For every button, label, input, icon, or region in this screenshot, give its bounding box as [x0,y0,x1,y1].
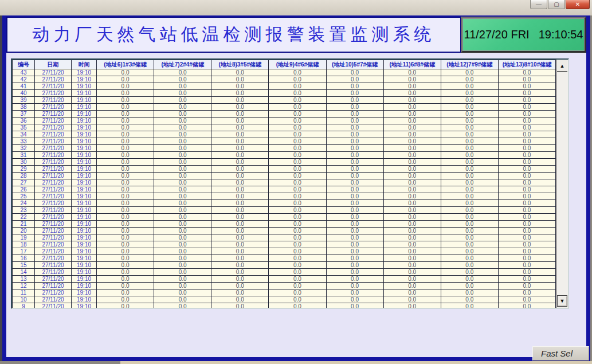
cell-date: 27/11/20 [35,269,72,276]
cell-number: 22 [13,214,35,221]
cell-value: 0.0 [498,214,555,221]
cell-time: 19:10 [72,200,97,207]
cell-value: 0.0 [326,241,383,248]
cell-value: 0.0 [97,97,154,104]
cell-value: 0.0 [154,159,211,166]
cell-value: 0.0 [154,83,211,90]
cell-time: 19:10 [72,152,97,159]
cell-value: 0.0 [97,90,154,97]
cell-value: 0.0 [154,179,211,186]
table-row: 1527/11/2019:100.00.00.00.00.00.00.00.0 [13,262,556,269]
table-row: 2527/11/2019:100.00.00.00.00.00.00.00.0 [13,193,556,200]
column-header: 编号 [13,60,35,69]
window-caption-buttons: — ▢ ✕ [530,0,590,9]
maximize-icon[interactable]: ▢ [548,0,565,9]
close-icon[interactable]: ✕ [566,0,590,9]
cell-value: 0.0 [97,173,154,179]
cell-value: 0.0 [269,255,326,262]
cell-value: 0.0 [97,283,154,289]
cell-value: 0.0 [154,138,211,145]
cell-number: 25 [13,193,35,200]
cell-date: 27/11/20 [35,166,72,173]
cell-value: 0.0 [441,296,498,303]
cell-time: 19:10 [72,248,97,255]
cell-value: 0.0 [211,83,269,90]
cell-date: 27/11/20 [35,145,72,152]
minimize-icon[interactable]: — [530,0,547,9]
cell-value: 0.0 [441,186,498,193]
cell-date: 27/11/20 [35,283,72,289]
cell-value: 0.0 [97,131,154,138]
time-text: 19:10:54 [539,28,583,41]
cell-value: 0.0 [154,269,211,276]
cell-value: 0.0 [154,186,211,193]
cell-value: 0.0 [326,90,383,97]
cell-value: 0.0 [498,76,555,83]
cell-value: 0.0 [441,124,498,131]
cell-value: 0.0 [383,221,441,228]
cell-value: 0.0 [326,138,383,145]
cell-value: 0.0 [441,207,498,214]
cell-value: 0.0 [154,118,211,124]
cell-date: 27/11/20 [35,159,72,166]
cell-time: 19:10 [72,276,97,283]
cell-value: 0.0 [269,186,326,193]
cell-value: 0.0 [383,262,441,269]
cell-value: 0.0 [441,111,498,118]
cell-value: 0.0 [154,289,211,296]
cell-value: 0.0 [326,269,383,276]
cell-time: 19:10 [72,269,97,276]
cell-value: 0.0 [498,303,555,308]
cell-value: 0.0 [154,152,211,159]
cell-time: 19:10 [72,234,97,241]
cell-value: 0.0 [326,214,383,221]
cell-value: 0.0 [498,186,555,193]
cell-value: 0.0 [498,276,555,283]
cell-value: 0.0 [154,228,211,234]
cell-value: 0.0 [154,111,211,118]
cell-time: 19:10 [72,104,97,111]
cell-value: 0.0 [498,124,555,131]
column-header: (地址13)8#10#储罐 [498,60,555,69]
cell-value: 0.0 [383,214,441,221]
cell-date: 27/11/20 [35,111,72,118]
cell-value: 0.0 [383,234,441,241]
cell-number: 39 [13,97,35,104]
cell-value: 0.0 [154,207,211,214]
cell-value: 0.0 [211,124,269,131]
cell-date: 27/11/20 [35,97,72,104]
table-row: 4227/11/2019:100.00.00.00.00.00.00.00.0 [13,76,556,83]
cell-number: 16 [13,255,35,262]
scroll-down-icon[interactable]: ▼ [557,295,567,307]
cell-value: 0.0 [383,131,441,138]
cell-value: 0.0 [211,283,269,289]
scroll-up-icon[interactable]: ▲ [557,60,567,72]
cell-number: 38 [13,104,35,111]
cell-value: 0.0 [211,173,269,179]
cell-value: 0.0 [269,289,326,296]
table-row: 1627/11/2019:100.00.00.00.00.00.00.00.0 [13,255,556,262]
cell-value: 0.0 [154,296,211,303]
cell-value: 0.0 [441,90,498,97]
records-table-area: 编号日期时间(地址6)1#3#储罐(地址7)2#4#储罐(地址8)3#5#储罐(… [12,60,556,308]
cell-value: 0.0 [441,269,498,276]
cell-number: 33 [13,138,35,145]
cell-time: 19:10 [72,262,97,269]
cell-value: 0.0 [211,241,269,248]
cell-time: 19:10 [72,131,97,138]
cell-value: 0.0 [269,214,326,221]
cell-value: 0.0 [211,276,269,283]
cell-value: 0.0 [498,179,555,186]
cell-number: 10 [13,296,35,303]
cell-value: 0.0 [441,166,498,173]
cell-value: 0.0 [441,173,498,179]
cell-value: 0.0 [211,186,269,193]
cell-value: 0.0 [326,69,383,76]
fast-sel-button[interactable]: Fast Sel [532,346,589,361]
cell-number: 29 [13,166,35,173]
vertical-scrollbar[interactable]: ▲ ▼ [556,60,568,308]
cell-value: 0.0 [269,193,326,200]
cell-number: 30 [13,159,35,166]
cell-number: 12 [13,283,35,289]
column-header: (地址6)1#3#储罐 [97,60,154,69]
